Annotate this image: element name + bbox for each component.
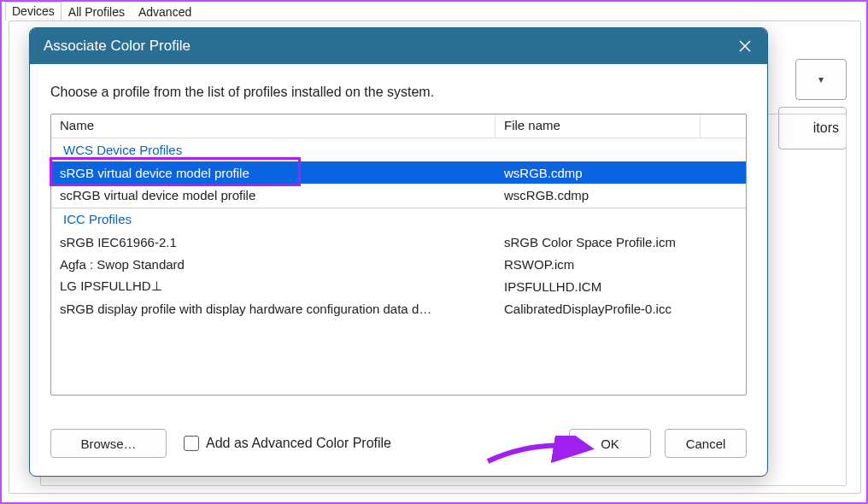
tab-all-profiles[interactable]: All Profiles — [62, 3, 132, 21]
dialog-body: Choose a profile from the list of profil… — [30, 64, 767, 476]
list-item[interactable]: sRGB display profile with display hardwa… — [51, 297, 746, 319]
profile-filename: wscRGB.cdmp — [496, 188, 746, 202]
list-item[interactable]: LG IPSFULLHD⊥ IPSFULLHD.ICM — [51, 275, 746, 297]
profile-name: sRGB virtual device model profile — [51, 166, 496, 180]
main-tabs: Devices All Profiles Advanced — [2, 2, 866, 21]
advanced-color-checkbox-label[interactable]: Add as Advanced Color Profile — [206, 436, 391, 451]
dialog-titlebar: Associate Color Profile — [30, 28, 767, 64]
profile-name: sRGB IEC61966-2.1 — [51, 235, 496, 249]
profile-filename: wsRGB.cdmp — [496, 166, 746, 180]
list-item[interactable]: sRGB virtual device model profile wsRGB.… — [51, 161, 746, 184]
chevron-down-icon: ▾ — [818, 73, 824, 85]
profile-listbox[interactable]: Name File name WCS Device Profiles sRGB … — [50, 114, 747, 396]
list-item[interactable]: scRGB virtual device model profile wscRG… — [51, 184, 746, 206]
associate-color-profile-dialog: Associate Color Profile Choose a profile… — [29, 27, 768, 477]
profile-name: Agfa : Swop Standard — [51, 257, 496, 272]
list-header: Name File name — [51, 114, 746, 138]
cancel-button[interactable]: Cancel — [665, 429, 747, 458]
column-header-name[interactable]: Name — [51, 114, 496, 138]
browse-button[interactable]: Browse… — [50, 429, 167, 458]
profile-filename: RSWOP.icm — [496, 257, 746, 272]
close-icon — [738, 39, 752, 53]
ok-button[interactable]: OK — [569, 429, 651, 458]
dialog-footer: Browse… Add as Advanced Color Profile OK… — [50, 423, 747, 464]
dialog-title: Associate Color Profile — [44, 38, 191, 55]
list-item[interactable]: Agfa : Swop Standard RSWOP.icm — [51, 253, 746, 275]
advanced-color-checkbox-row: Add as Advanced Color Profile — [184, 436, 391, 451]
advanced-color-checkbox[interactable] — [184, 436, 199, 451]
column-header-file[interactable]: File name — [496, 114, 701, 138]
profile-name: scRGB virtual device model profile — [51, 188, 496, 202]
device-dropdown[interactable]: ▾ — [795, 59, 847, 100]
group-icc-profiles: ICC Profiles — [51, 208, 746, 231]
profile-filename: sRGB Color Space Profile.icm — [496, 235, 746, 249]
profile-filename: CalibratedDisplayProfile-0.icc — [496, 302, 746, 316]
close-button[interactable] — [736, 38, 754, 55]
tab-advanced[interactable]: Advanced — [132, 3, 198, 21]
profile-name: sRGB display profile with display hardwa… — [51, 302, 496, 316]
group-wcs-device-profiles: WCS Device Profiles — [51, 138, 746, 161]
profile-filename: IPSFULLHD.ICM — [496, 279, 746, 294]
list-body: WCS Device Profiles sRGB virtual device … — [51, 138, 746, 319]
profile-name: LG IPSFULLHD⊥ — [51, 278, 496, 294]
list-item[interactable]: sRGB IEC61966-2.1 sRGB Color Space Profi… — [51, 231, 746, 253]
dialog-instruction: Choose a profile from the list of profil… — [50, 85, 747, 100]
tab-devices[interactable]: Devices — [5, 2, 62, 21]
